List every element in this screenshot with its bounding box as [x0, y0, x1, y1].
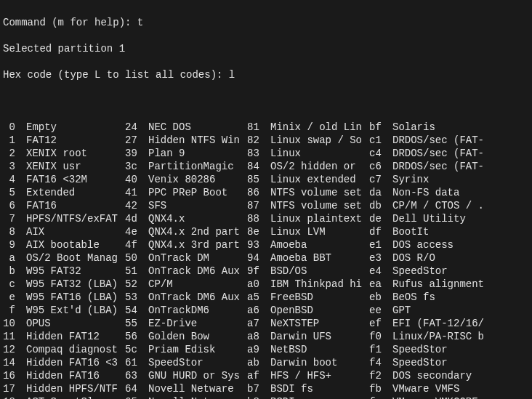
type-name: AIX: [26, 225, 125, 238]
type-name: FAT16: [26, 199, 125, 212]
table-row: 4FAT16 <32M40Venix 8028685Linux extended…: [3, 173, 529, 186]
type-name: SpeedStor: [392, 265, 529, 278]
type-code: 4: [3, 173, 26, 186]
type-code: da: [369, 186, 392, 199]
table-row: cW95 FAT32 (LBA)52CP/Ma0IBM Thinkpad hie…: [3, 278, 529, 291]
type-name: OnTrack DM6 Aux: [148, 265, 247, 278]
type-code: c6: [369, 160, 392, 173]
type-name: NetBSD: [270, 343, 369, 356]
type-name: DOS access: [392, 238, 529, 251]
type-name: Darwin UFS: [270, 330, 369, 343]
type-name: QNX4.x 2nd part: [148, 225, 247, 238]
type-name: NeXTSTEP: [270, 317, 369, 330]
type-name: OS/2 Boot Manag: [26, 251, 125, 265]
type-code: 2: [3, 147, 26, 160]
table-row: 14Hidden FAT16 <361SpeedStorabDarwin boo…: [3, 356, 529, 369]
type-name: Darwin boot: [270, 356, 369, 369]
type-name: FAT12: [26, 134, 125, 147]
type-name: DOS secondary: [392, 369, 529, 382]
type-code: 39: [125, 147, 148, 160]
type-code: 14: [3, 356, 26, 369]
type-name: SpeedStor: [392, 356, 529, 369]
type-code: ea: [369, 278, 392, 291]
type-code: c1: [369, 134, 392, 147]
type-name: Hidden FAT12: [26, 330, 125, 343]
type-code: c4: [369, 147, 392, 160]
type-name: Linux extended: [270, 173, 369, 186]
type-code: 27: [125, 134, 148, 147]
type-code: af: [247, 369, 270, 382]
table-row: 5Extended41PPC PReP Boot86NTFS volume se…: [3, 186, 529, 199]
type-name: Linux swap / So: [270, 134, 369, 147]
type-code: 82: [247, 134, 270, 147]
type-name: SpeedStor: [392, 343, 529, 356]
type-name: BootIt: [392, 225, 529, 238]
table-row: 11Hidden FAT1256Golden Bowa8Darwin UFSf0…: [3, 330, 529, 343]
type-code: 52: [125, 278, 148, 291]
table-row: 17Hidden HPFS/NTF64Novell Netwareb7BSDI …: [3, 382, 529, 395]
type-code: 5: [3, 186, 26, 199]
type-code: 93: [247, 238, 270, 251]
table-row: 9AIX bootable4fQNX4.x 3rd part93Amoebae1…: [3, 238, 529, 251]
type-code: fc: [369, 395, 392, 399]
type-name: Plan 9: [148, 147, 247, 160]
type-name: Golden Bow: [148, 330, 247, 343]
type-code: 5c: [125, 343, 148, 356]
type-code: 11: [3, 330, 26, 343]
type-code: db: [369, 199, 392, 212]
type-name: Novell Netware: [148, 382, 247, 395]
type-name: Linux/PA-RISC b: [392, 330, 529, 343]
type-name: GNU HURD or Sys: [148, 369, 247, 382]
type-name: HPFS/NTFS/exFAT: [26, 212, 125, 225]
type-name: BeOS fs: [392, 291, 529, 304]
hexcode-prompt: Hex code (type L to list all codes):: [3, 69, 229, 81]
type-name: Empty: [26, 121, 125, 134]
type-code: b8: [247, 395, 270, 399]
type-name: OnTrack DM6 Aux: [148, 291, 247, 304]
type-name: EFI (FAT-12/16/: [392, 317, 529, 330]
type-code: a: [3, 251, 26, 265]
table-row: eW95 FAT16 (LBA)53OnTrack DM6 Auxa5FreeB…: [3, 291, 529, 304]
type-name: XENIX usr: [26, 160, 125, 173]
type-code: a0: [247, 278, 270, 291]
type-name: Linux LVM: [270, 225, 369, 238]
type-code: 64: [125, 382, 148, 395]
type-code: 10: [3, 317, 26, 330]
type-code: f2: [369, 369, 392, 382]
type-name: PPC PReP Boot: [148, 186, 247, 199]
type-name: W95 FAT16 (LBA): [26, 291, 125, 304]
command-input: t: [137, 17, 143, 28]
type-code: 50: [125, 251, 148, 265]
type-name: Hidden HPFS/NTF: [26, 382, 125, 395]
type-name: Novell Netware: [148, 395, 247, 399]
type-name: BSDI swap: [270, 395, 369, 399]
type-name: DRDOS/sec (FAT-: [392, 160, 529, 173]
type-code: 9: [3, 238, 26, 251]
blank-line: [3, 94, 529, 108]
table-row: 10OPUS55EZ-Drivea7NeXTSTEPefEFI (FAT-12/…: [3, 317, 529, 330]
type-name: EZ-Drive: [148, 317, 247, 330]
command-prompt: Command (m for help):: [3, 17, 137, 28]
type-code: 87: [247, 199, 270, 212]
type-name: Venix 80286: [148, 173, 247, 186]
type-name: Hidden FAT16 <3: [26, 356, 125, 369]
type-code: 4d: [125, 212, 148, 225]
type-code: 8e: [247, 225, 270, 238]
terminal-output[interactable]: Command (m for help): t Selected partiti…: [0, 0, 532, 399]
type-code: 84: [247, 160, 270, 173]
type-code: 24: [125, 121, 148, 134]
type-name: W95 Ext'd (LBA): [26, 304, 125, 317]
type-name: HFS / HFS+: [270, 369, 369, 382]
type-code: 1: [3, 134, 26, 147]
type-code: 53: [125, 291, 148, 304]
type-code: eb: [369, 291, 392, 304]
type-name: SFS: [148, 199, 247, 212]
type-code: 7: [3, 212, 26, 225]
type-code: c7: [369, 173, 392, 186]
type-code: 54: [125, 304, 148, 317]
type-code: b: [3, 265, 26, 278]
type-name: AIX bootable: [26, 238, 125, 251]
type-code: a6: [247, 304, 270, 317]
type-code: e1: [369, 238, 392, 251]
type-code: 4f: [125, 238, 148, 251]
